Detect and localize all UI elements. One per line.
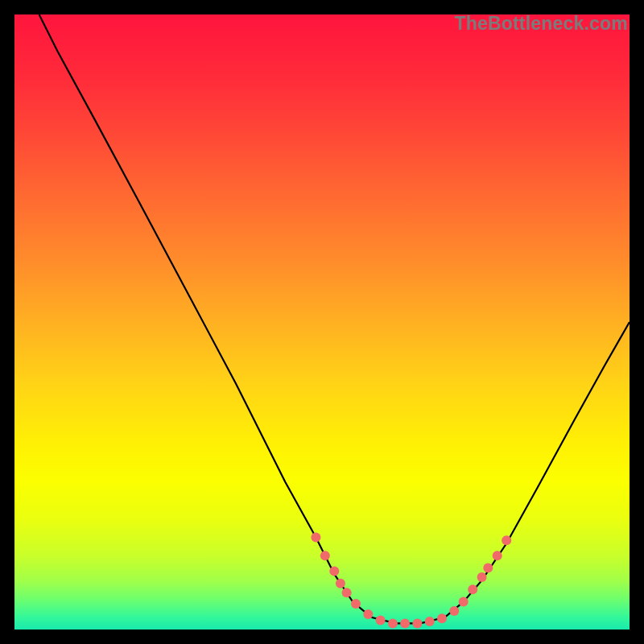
highlight-dot [483, 564, 493, 573]
highlight-dot [502, 535, 511, 545]
highlight-dot [449, 606, 459, 616]
highlight-dot [363, 609, 373, 619]
watermark-text: TheBottleneck.com [454, 13, 628, 35]
highlight-dot [388, 618, 398, 628]
highlight-dot [412, 618, 422, 628]
bottleneck-curve [39, 14, 630, 623]
highlight-dot [320, 551, 330, 560]
highlight-dot [336, 579, 345, 588]
highlight-dot [468, 584, 477, 594]
highlight-dots [311, 532, 511, 628]
highlight-dot [477, 572, 487, 582]
highlight-dot [425, 617, 435, 626]
highlight-dot [351, 599, 361, 609]
highlight-dot [311, 532, 320, 542]
highlight-dot [493, 551, 502, 560]
highlight-dot [329, 566, 339, 576]
chart-plot [14, 14, 630, 630]
chart-frame: TheBottleneck.com [14, 14, 630, 630]
highlight-dot [342, 588, 352, 597]
highlight-dot [376, 616, 386, 625]
highlight-dot [400, 618, 410, 628]
highlight-dot [459, 597, 469, 607]
highlight-dot [437, 613, 447, 623]
